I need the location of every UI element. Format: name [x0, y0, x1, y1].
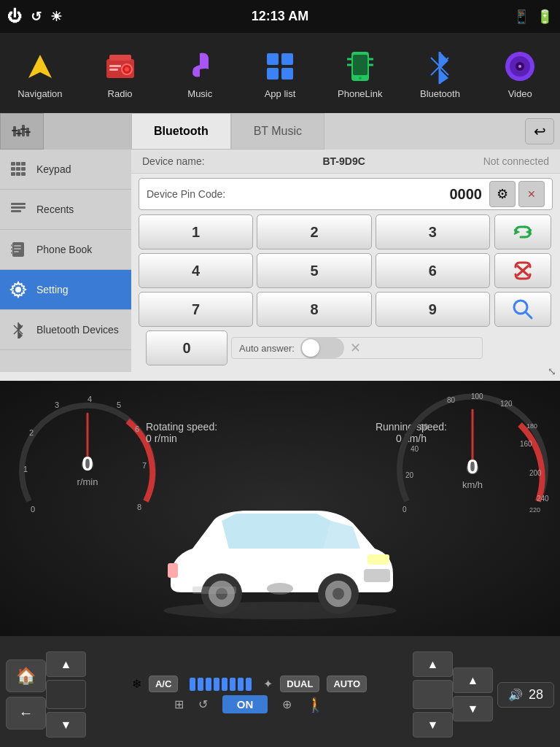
- svg-point-13: [359, 77, 362, 80]
- sidebar-item-keypad[interactable]: Keypad: [0, 150, 131, 190]
- svg-rect-6: [109, 69, 118, 71]
- bt-panel: Keypad Recents: [0, 113, 560, 372]
- nav-item-applist[interactable]: App list: [240, 33, 320, 113]
- ac-button[interactable]: A/C: [149, 676, 178, 692]
- recirculate-icon: ↺: [198, 697, 208, 711]
- tab-btmusic[interactable]: BT Music: [231, 113, 324, 150]
- resize-icon: ⤡: [548, 365, 556, 377]
- svg-rect-71: [368, 554, 389, 565]
- sidebar-label-btdevices: Bluetooth Devices: [36, 324, 119, 336]
- auto-answer-toggle[interactable]: [300, 338, 344, 358]
- nav-phonelink-icon: [341, 47, 379, 85]
- device-name-label: Device name:: [142, 155, 205, 167]
- tab-bluetooth[interactable]: Bluetooth: [131, 113, 231, 150]
- pin-clear-button[interactable]: ✕: [518, 181, 545, 207]
- back-nav-button[interactable]: ←: [6, 697, 46, 729]
- sidebar-item-phonebook[interactable]: Phone Book: [0, 230, 131, 270]
- bt-content: Bluetooth BT Music ↩ Device name: BT-9D9…: [131, 113, 560, 372]
- defrost-icon: ⊞: [174, 697, 184, 711]
- key-5[interactable]: 5: [257, 253, 371, 288]
- nav-bar: Navigation Radio Music: [0, 33, 560, 113]
- keypad-wrapper: 1 2 3 4 5 6 7 8 9 0 Auto answer:: [139, 214, 490, 365]
- svg-rect-34: [21, 172, 26, 176]
- unlink-button[interactable]: [494, 253, 551, 288]
- power-icon: ⏻: [7, 8, 22, 25]
- nav-item-bluetooth[interactable]: Bluetooth: [400, 33, 481, 113]
- key-4[interactable]: 4: [139, 253, 253, 288]
- pin-settings-button[interactable]: ⚙: [489, 181, 516, 207]
- key-9[interactable]: 9: [376, 292, 490, 327]
- pin-row: Device Pin Code: 0000 ⚙ ✕: [139, 178, 553, 210]
- sidebar-item-btdevices[interactable]: Bluetooth Devices: [0, 310, 131, 350]
- svg-marker-0: [28, 55, 52, 78]
- brightness-icon: ☀: [50, 9, 62, 25]
- back-button[interactable]: ↩: [525, 118, 554, 144]
- temp-up-button[interactable]: ▲: [413, 651, 453, 677]
- svg-rect-22: [12, 130, 18, 131]
- bottom-bar: 🏠 ← ▲ ▼ ❄ A/C ✦ DUAL AUT: [0, 636, 560, 747]
- pin-value: 0000: [450, 186, 483, 203]
- key-6[interactable]: 6: [376, 253, 490, 288]
- recents-icon: [7, 198, 29, 220]
- phonebook-icon: [7, 239, 29, 260]
- dual-button[interactable]: DUAL: [280, 676, 319, 692]
- svg-text:200: 200: [529, 469, 542, 477]
- key-2[interactable]: 2: [257, 214, 371, 249]
- key-8[interactable]: 8: [257, 292, 371, 327]
- link-button[interactable]: [494, 214, 551, 249]
- equalizer-icon[interactable]: [0, 113, 44, 150]
- sidebar-item-setting[interactable]: Setting: [0, 270, 131, 310]
- auto-button[interactable]: AUTO: [327, 676, 367, 692]
- nav-item-video[interactable]: Video: [480, 33, 560, 113]
- temp-down-button[interactable]: ▼: [413, 712, 453, 738]
- car-image: [141, 476, 419, 622]
- fan-display: [46, 680, 86, 709]
- svg-rect-32: [11, 172, 15, 176]
- fan-down-button[interactable]: ▼: [46, 712, 86, 738]
- fan-up-button[interactable]: ▲: [46, 651, 86, 677]
- svg-rect-20: [22, 125, 25, 136]
- nav-label-navigation: Navigation: [18, 88, 62, 99]
- volume-value: 28: [529, 687, 543, 703]
- panel-resize-area: ⤡: [0, 372, 560, 381]
- bottom-left-buttons: 🏠 ←: [6, 659, 46, 729]
- auto-answer-label: Auto answer:: [239, 343, 295, 354]
- svg-rect-29: [11, 167, 15, 171]
- tachometer-area: 0 r/min 0 1 2 3 4 5 6 7 8: [15, 392, 160, 541]
- sidebar-item-recents[interactable]: Recents: [0, 190, 131, 230]
- fan-bar-4: [214, 678, 219, 691]
- search-bt-button[interactable]: [494, 292, 551, 327]
- rotating-speed-area: Rotating speed: 0 r/min: [146, 421, 217, 444]
- svg-rect-26: [11, 162, 15, 166]
- key-7[interactable]: 7: [139, 292, 253, 327]
- auto-answer-clear[interactable]: ✕: [350, 340, 361, 356]
- key-1[interactable]: 1: [139, 214, 253, 249]
- nav-radio-icon: [101, 47, 139, 85]
- on-badge[interactable]: ON: [222, 695, 268, 713]
- seat-heat-icon: 🚶: [306, 696, 324, 713]
- svg-text:6: 6: [135, 425, 139, 433]
- status-right-icons: 📱 🔋: [513, 9, 553, 25]
- home-button[interactable]: 🏠: [6, 659, 46, 692]
- volume-down-button[interactable]: ▼: [453, 696, 493, 721]
- svg-rect-70: [364, 569, 390, 582]
- svg-rect-23: [16, 133, 22, 134]
- svg-rect-39: [14, 245, 21, 247]
- key-3[interactable]: 3: [376, 214, 490, 249]
- keypad-grid: 1 2 3 4 5 6 7 8 9: [139, 214, 490, 327]
- nav-video-icon: [501, 47, 539, 85]
- svg-rect-5: [109, 65, 121, 67]
- svg-text:120: 120: [500, 400, 513, 408]
- svg-point-4: [125, 67, 129, 71]
- nav-item-radio[interactable]: Radio: [80, 33, 160, 113]
- volume-up-button[interactable]: ▲: [453, 667, 493, 693]
- key-0[interactable]: 0: [146, 330, 228, 365]
- nav-item-navigation[interactable]: Navigation: [0, 33, 80, 113]
- svg-rect-44: [11, 252, 13, 254]
- svg-rect-2: [109, 55, 131, 61]
- svg-rect-28: [21, 162, 26, 166]
- nav-item-phonelink[interactable]: PhoneLink: [320, 33, 400, 113]
- nav-item-music[interactable]: Music: [160, 33, 240, 113]
- svg-point-45: [15, 287, 21, 293]
- setting-icon: [7, 279, 29, 301]
